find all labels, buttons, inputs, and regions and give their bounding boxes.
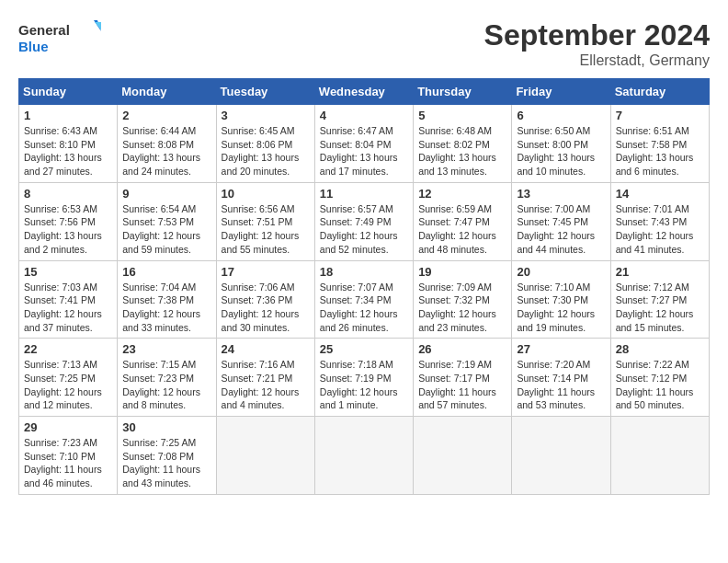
empty-cell [414,417,512,495]
empty-cell [314,417,413,495]
day-number: 1 [24,109,112,122]
day-info: Sunrise: 7:00 AMSunset: 7:45 PMDaylight:… [517,202,605,257]
title-block: September 2024 Ellerstadt, Germany [484,18,710,69]
col-friday: Friday [512,79,610,105]
calendar-table: Sunday Monday Tuesday Wednesday Thursday… [18,78,710,495]
day-number: 2 [122,109,210,122]
day-number: 22 [24,342,112,356]
day-number: 21 [616,265,704,279]
day-number: 28 [616,342,704,356]
day-cell: 24 Sunrise: 7:16 AMSunset: 7:21 PMDaylig… [216,339,314,417]
page-header: General Blue September 2024 Ellerstadt, … [18,18,710,69]
day-number: 20 [517,265,605,279]
day-cell: 30 Sunrise: 7:25 AMSunset: 7:08 PMDaylig… [118,417,216,495]
day-cell: 25 Sunrise: 7:18 AMSunset: 7:19 PMDaylig… [314,339,413,417]
empty-cell [610,417,709,495]
logo: General Blue [18,18,101,60]
col-saturday: Saturday [610,79,709,105]
day-info: Sunrise: 7:18 AMSunset: 7:19 PMDaylight:… [320,358,408,412]
day-cell: 28 Sunrise: 7:22 AMSunset: 7:12 PMDaylig… [610,339,709,417]
day-number: 27 [517,342,605,356]
day-number: 8 [24,187,112,201]
day-number: 19 [418,265,506,279]
week-row: 8 Sunrise: 6:53 AMSunset: 7:56 PMDayligh… [19,182,710,260]
location: Ellerstadt, Germany [484,52,710,69]
day-cell: 7 Sunrise: 6:51 AMSunset: 7:58 PMDayligh… [610,105,709,183]
day-number: 6 [517,109,605,122]
col-thursday: Thursday [414,79,512,105]
day-number: 5 [418,109,506,122]
day-number: 3 [222,109,310,122]
day-info: Sunrise: 7:09 AMSunset: 7:32 PMDaylight:… [418,281,506,335]
day-info: Sunrise: 7:16 AMSunset: 7:21 PMDaylight:… [222,358,310,412]
col-monday: Monday [118,79,216,105]
day-info: Sunrise: 7:13 AMSunset: 7:25 PMDaylight:… [24,358,112,412]
day-number: 30 [122,420,210,434]
day-cell: 13 Sunrise: 7:00 AMSunset: 7:45 PMDaylig… [512,182,610,260]
day-number: 13 [517,187,605,201]
day-cell: 10 Sunrise: 6:56 AMSunset: 7:51 PMDaylig… [216,182,314,260]
week-row: 29 Sunrise: 7:23 AMSunset: 7:10 PMDaylig… [19,417,710,495]
day-number: 9 [122,187,210,201]
day-cell: 5 Sunrise: 6:48 AMSunset: 8:02 PMDayligh… [414,105,512,183]
day-info: Sunrise: 6:43 AMSunset: 8:10 PMDaylight:… [24,124,112,178]
day-info: Sunrise: 7:07 AMSunset: 7:34 PMDaylight:… [320,281,408,335]
day-cell: 12 Sunrise: 6:59 AMSunset: 7:47 PMDaylig… [414,182,512,260]
day-number: 24 [222,342,310,356]
day-cell: 17 Sunrise: 7:06 AMSunset: 7:36 PMDaylig… [216,260,314,339]
day-info: Sunrise: 7:01 AMSunset: 7:43 PMDaylight:… [616,202,704,257]
day-cell: 16 Sunrise: 7:04 AMSunset: 7:38 PMDaylig… [118,260,216,339]
day-number: 4 [320,109,408,122]
day-number: 7 [616,109,704,122]
header-row: Sunday Monday Tuesday Wednesday Thursday… [19,79,710,105]
day-info: Sunrise: 7:25 AMSunset: 7:08 PMDaylight:… [122,436,210,490]
day-info: Sunrise: 7:15 AMSunset: 7:23 PMDaylight:… [122,358,210,412]
day-number: 18 [320,265,408,279]
day-info: Sunrise: 6:54 AMSunset: 7:53 PMDaylight:… [122,202,210,257]
day-number: 14 [616,187,704,201]
day-cell: 23 Sunrise: 7:15 AMSunset: 7:23 PMDaylig… [118,339,216,417]
day-cell: 20 Sunrise: 7:10 AMSunset: 7:30 PMDaylig… [512,260,610,339]
svg-text:Blue: Blue [18,39,49,54]
day-number: 12 [418,187,506,201]
day-cell: 26 Sunrise: 7:19 AMSunset: 7:17 PMDaylig… [414,339,512,417]
day-info: Sunrise: 6:57 AMSunset: 7:49 PMDaylight:… [320,202,408,257]
day-cell: 8 Sunrise: 6:53 AMSunset: 7:56 PMDayligh… [19,182,118,260]
day-info: Sunrise: 7:03 AMSunset: 7:41 PMDaylight:… [24,281,112,335]
day-cell: 6 Sunrise: 6:50 AMSunset: 8:00 PMDayligh… [512,105,610,183]
day-cell: 9 Sunrise: 6:54 AMSunset: 7:53 PMDayligh… [118,182,216,260]
day-info: Sunrise: 6:44 AMSunset: 8:08 PMDaylight:… [122,124,210,178]
day-number: 11 [320,187,408,201]
month-title: September 2024 [484,18,710,52]
day-info: Sunrise: 7:10 AMSunset: 7:30 PMDaylight:… [517,281,605,335]
day-number: 10 [222,187,310,201]
svg-text:General: General [18,22,70,38]
empty-cell [512,417,610,495]
day-info: Sunrise: 6:50 AMSunset: 8:00 PMDaylight:… [517,124,605,178]
day-cell: 15 Sunrise: 7:03 AMSunset: 7:41 PMDaylig… [19,260,118,339]
week-row: 1 Sunrise: 6:43 AMSunset: 8:10 PMDayligh… [19,105,710,183]
day-info: Sunrise: 7:23 AMSunset: 7:10 PMDaylight:… [24,436,112,490]
day-cell: 18 Sunrise: 7:07 AMSunset: 7:34 PMDaylig… [314,260,413,339]
day-cell: 14 Sunrise: 7:01 AMSunset: 7:43 PMDaylig… [610,182,709,260]
svg-marker-3 [95,22,101,31]
col-sunday: Sunday [19,79,118,105]
day-info: Sunrise: 6:53 AMSunset: 7:56 PMDaylight:… [24,202,112,257]
day-info: Sunrise: 7:06 AMSunset: 7:36 PMDaylight:… [222,281,310,335]
day-info: Sunrise: 6:56 AMSunset: 7:51 PMDaylight:… [222,202,310,257]
day-info: Sunrise: 7:12 AMSunset: 7:27 PMDaylight:… [616,281,704,335]
day-cell: 3 Sunrise: 6:45 AMSunset: 8:06 PMDayligh… [216,105,314,183]
day-info: Sunrise: 6:59 AMSunset: 7:47 PMDaylight:… [418,202,506,257]
col-wednesday: Wednesday [314,79,413,105]
day-info: Sunrise: 6:47 AMSunset: 8:04 PMDaylight:… [320,124,408,178]
day-cell: 2 Sunrise: 6:44 AMSunset: 8:08 PMDayligh… [118,105,216,183]
empty-cell [216,417,314,495]
day-info: Sunrise: 7:04 AMSunset: 7:38 PMDaylight:… [122,281,210,335]
day-cell: 27 Sunrise: 7:20 AMSunset: 7:14 PMDaylig… [512,339,610,417]
day-number: 15 [24,265,112,279]
day-info: Sunrise: 7:22 AMSunset: 7:12 PMDaylight:… [616,358,704,412]
week-row: 22 Sunrise: 7:13 AMSunset: 7:25 PMDaylig… [19,339,710,417]
day-cell: 19 Sunrise: 7:09 AMSunset: 7:32 PMDaylig… [414,260,512,339]
day-cell: 29 Sunrise: 7:23 AMSunset: 7:10 PMDaylig… [19,417,118,495]
day-number: 26 [418,342,506,356]
